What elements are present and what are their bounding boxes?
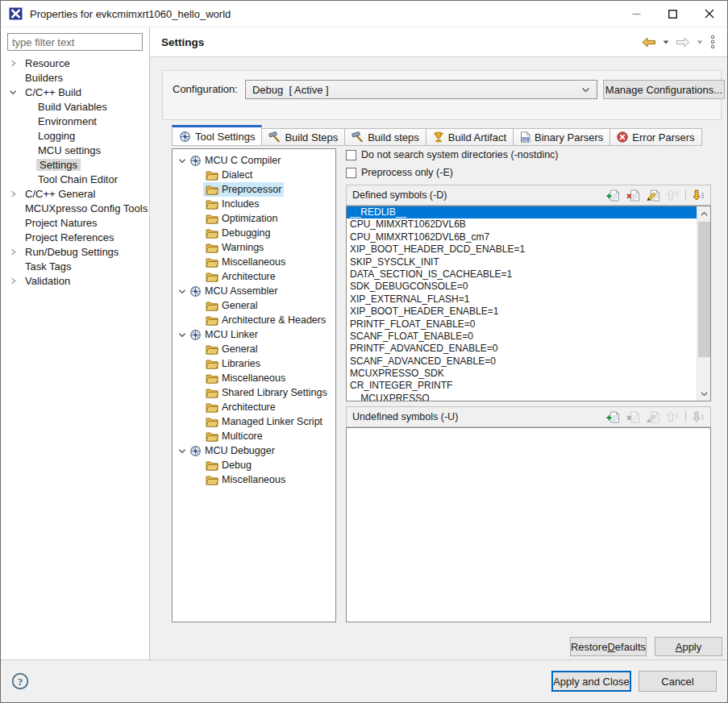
tab-error-parsers[interactable]: Error Parsers <box>609 128 701 146</box>
sidebar-item-mcu-settings[interactable]: MCU settings <box>1 143 149 157</box>
tool-tree-item-general[interactable]: General <box>203 298 335 313</box>
tool-tree-item-preprocessor[interactable]: Preprocessor <box>203 182 335 197</box>
chevron-down-icon[interactable] <box>177 331 187 339</box>
chevron-right-icon[interactable] <box>7 60 19 67</box>
defined-symbols-list[interactable]: __REDLIB__CPU_MIMXRT1062DVL6BCPU_MIMXRT1… <box>346 206 711 401</box>
checkbox-icon[interactable] <box>346 150 356 160</box>
close-button[interactable] <box>691 1 727 27</box>
chevron-right-icon[interactable] <box>7 190 19 198</box>
chevron-down-icon[interactable] <box>177 288 187 295</box>
preprocess-only-checkbox[interactable]: Preprocess only (-E) <box>346 166 453 179</box>
tool-tree-item-debug[interactable]: Debug <box>203 458 335 472</box>
sidebar-item-validation[interactable]: Validation <box>1 273 149 288</box>
tool-tree-item-managed-linker-script[interactable]: Managed Linker Script <box>203 414 335 429</box>
tool-tree-group-mcu-assembler[interactable]: MCU Assembler <box>173 284 335 298</box>
defined-symbol-row[interactable]: SDK_DEBUGCONSOLE=0 <box>347 281 697 293</box>
tool-tree-item-dialect[interactable]: Dialect <box>203 168 335 182</box>
scroll-down-icon[interactable] <box>697 387 710 401</box>
defined-symbol-row[interactable]: XIP_EXTERNAL_FLASH=1 <box>347 293 697 306</box>
add-symbol-icon[interactable] <box>606 189 620 202</box>
checkbox-icon[interactable] <box>346 168 356 178</box>
tool-tree-item-general[interactable]: General <box>203 342 335 356</box>
tool-tree-item-miscellaneous[interactable]: Miscellaneous <box>203 472 335 487</box>
tool-tree-item-architecture[interactable]: Architecture <box>203 400 335 414</box>
sidebar-item-builders[interactable]: Builders <box>1 70 149 85</box>
no-search-system-directories-checkbox[interactable]: Do not search system directories (-nostd… <box>346 148 559 161</box>
defined-symbol-row[interactable]: __REDLIB__ <box>347 206 697 218</box>
maximize-button[interactable] <box>655 1 691 27</box>
sidebar-item-project-references[interactable]: Project References <box>1 230 149 244</box>
delete-symbol-icon[interactable] <box>626 189 640 202</box>
defined-symbol-row[interactable]: __MCUXPRESSO <box>347 393 697 401</box>
sidebar-item-c-c-build[interactable]: C/C++ Build <box>1 85 149 99</box>
tool-tree-item-miscellaneous[interactable]: Miscellaneous <box>203 255 335 269</box>
tool-tree-group-mcu-debugger[interactable]: MCU Debugger <box>173 443 335 458</box>
sidebar-item-resource[interactable]: Resource <box>1 56 149 70</box>
defined-symbol-row[interactable]: MCUXPRESSO_SDK <box>347 368 697 380</box>
add-symbol-icon[interactable] <box>606 411 620 423</box>
sidebar-item-settings[interactable]: Settings <box>1 157 149 172</box>
scroll-thumb[interactable] <box>698 222 710 357</box>
chevron-down-icon[interactable] <box>7 89 19 96</box>
undefined-symbols-list[interactable] <box>346 427 711 622</box>
tab-tool-settings[interactable]: Tool Settings <box>172 125 262 146</box>
vertical-scrollbar[interactable] <box>697 206 710 401</box>
tool-tree-item-debugging[interactable]: Debugging <box>203 226 335 240</box>
tab-build-artifact[interactable]: Build Artifact <box>426 128 514 146</box>
manage-configurations-button[interactable]: Manage Configurations... <box>603 80 725 99</box>
configuration-value: Debug [ Active ] <box>252 84 581 96</box>
scroll-up-icon[interactable] <box>697 206 710 220</box>
defined-symbol-row[interactable]: SKIP_SYSCLK_INIT <box>347 256 697 268</box>
back-arrow-icon[interactable] <box>642 37 656 48</box>
tool-tree-item-architecture-headers[interactable]: Architecture & Headers <box>203 313 335 327</box>
sidebar-item-environment[interactable]: Environment <box>1 114 149 128</box>
tab-binary-parsers[interactable]: 010Binary Parsers <box>513 128 610 146</box>
edit-symbol-icon[interactable] <box>647 189 660 202</box>
apply-and-close-button[interactable]: Apply and Close <box>551 671 631 692</box>
sidebar-item-project-natures[interactable]: Project Natures <box>1 215 149 230</box>
tool-tree-item-architecture[interactable]: Architecture <box>203 269 335 284</box>
defined-symbol-row[interactable]: PRINTF_FLOAT_ENABLE=0 <box>347 318 697 331</box>
apply-button[interactable]: Apply <box>655 637 722 656</box>
chevron-right-icon[interactable] <box>7 277 19 285</box>
configuration-dropdown[interactable]: Debug [ Active ] <box>245 80 597 99</box>
tool-tree-item-warnings[interactable]: Warnings <box>203 240 335 255</box>
view-menu-icon[interactable] <box>709 35 716 49</box>
move-down-icon[interactable] <box>693 189 705 201</box>
tab-build-steps-2[interactable]: Build steps <box>344 128 426 146</box>
tool-tree-item-multicore[interactable]: Multicore <box>203 429 335 443</box>
defined-symbol-row[interactable]: XIP_BOOT_HEADER_DCD_ENABLE=1 <box>347 243 697 256</box>
tool-tree-item-libraries[interactable]: Libraries <box>203 356 335 371</box>
defined-symbol-row[interactable]: CR_INTEGER_PRINTF <box>347 380 697 392</box>
defined-symbol-row[interactable]: CPU_MIMXRT1062DVL6B <box>347 218 697 231</box>
tool-tree-item-miscellaneous[interactable]: Miscellaneous <box>203 371 335 385</box>
sidebar-item-task-tags[interactable]: Task Tags <box>1 259 149 273</box>
defined-symbol-row[interactable]: SCANF_FLOAT_ENABLE=0 <box>347 331 697 343</box>
defined-symbol-row[interactable]: CPU_MIMXRT1062DVL6B_cm7 <box>347 231 697 243</box>
sidebar-item-tool-chain-editor[interactable]: Tool Chain Editor <box>1 172 149 186</box>
tab-build-steps[interactable]: Build Steps <box>261 128 345 146</box>
defined-symbol-row[interactable]: SCANF_ADVANCED_ENABLE=0 <box>347 356 697 368</box>
tool-tree-item-includes[interactable]: Includes <box>203 197 335 211</box>
defined-symbol-row[interactable]: XIP_BOOT_HEADER_ENABLE=1 <box>347 306 697 318</box>
tool-tree-item-optimization[interactable]: Optimization <box>203 211 335 226</box>
back-history-caret-icon[interactable] <box>663 40 669 44</box>
chevron-right-icon[interactable] <box>7 248 19 256</box>
minimize-button[interactable] <box>618 1 655 27</box>
sidebar-item-run-debug-settings[interactable]: Run/Debug Settings <box>1 244 149 259</box>
help-button[interactable]: ? <box>11 672 29 690</box>
tool-tree-group-mcu-c-compiler[interactable]: MCU C Compiler <box>173 153 335 168</box>
cancel-button[interactable]: Cancel <box>639 671 717 692</box>
tool-tree-group-mcu-linker[interactable]: MCU Linker <box>173 327 335 342</box>
sidebar-item-logging[interactable]: Logging <box>1 128 149 143</box>
sidebar-item-build-variables[interactable]: Build Variables <box>1 99 149 114</box>
sidebar-item-c-c-general[interactable]: C/C++ General <box>1 186 149 201</box>
defined-symbol-row[interactable]: PRINTF_ADVANCED_ENABLE=0 <box>347 343 697 355</box>
restore-defaults-button[interactable]: Restore Defaults <box>570 637 647 656</box>
chevron-down-icon[interactable] <box>177 157 187 164</box>
defined-symbol-row[interactable]: DATA_SECTION_IS_CACHEABLE=1 <box>347 268 697 281</box>
tool-tree-item-shared-library-settings[interactable]: Shared Library Settings <box>203 385 335 400</box>
sidebar-item-mcuxpresso-config-tools[interactable]: MCUXpresso Config Tools <box>1 201 149 215</box>
filter-input[interactable] <box>7 33 143 51</box>
chevron-down-icon[interactable] <box>177 447 187 455</box>
